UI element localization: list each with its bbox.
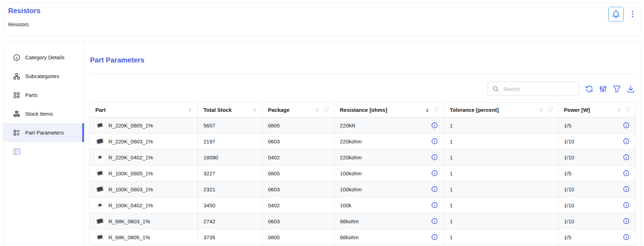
total-stock-value: 3735 xyxy=(203,234,215,240)
download-button[interactable] xyxy=(626,84,635,93)
resistance-value: 100k xyxy=(340,202,352,208)
info-circle-icon[interactable] xyxy=(623,186,630,193)
table-row[interactable]: R_100K_0402_1%34500402100k11/10 xyxy=(90,197,636,213)
column-header-package[interactable]: Package xyxy=(262,103,334,117)
sort-icon[interactable] xyxy=(187,107,193,113)
adjustments-icon xyxy=(599,84,607,93)
resistance-value: 68kohm xyxy=(340,218,359,224)
sidebar-item-category-details[interactable]: Category Details xyxy=(3,48,84,67)
column-header-total-stock[interactable]: Total Stock xyxy=(198,103,262,117)
column-header-part[interactable]: Part xyxy=(90,103,198,117)
breadcrumb[interactable]: Resistors xyxy=(8,22,29,27)
sidebar-item-subcategories[interactable]: Subcategories xyxy=(3,67,84,86)
column-filter-icon[interactable] xyxy=(548,107,554,113)
info-circle-icon[interactable] xyxy=(431,186,438,193)
info-circle-icon[interactable] xyxy=(623,154,630,161)
total-stock-cell: 2742 xyxy=(198,213,262,229)
dots-vertical-icon[interactable] xyxy=(628,10,637,19)
column-filter-icon[interactable] xyxy=(625,107,631,113)
sort-icon[interactable] xyxy=(314,107,320,113)
sidebar-item-stock-items[interactable]: Stock Items xyxy=(3,104,84,123)
page-title: Resistors xyxy=(8,7,40,15)
column-filter-icon[interactable] xyxy=(324,107,330,113)
adjustments-button[interactable] xyxy=(599,84,607,93)
table-row[interactable]: R_100K_0603_1%23210603100kohm11/10 xyxy=(90,181,636,197)
resistance-cell: 220kR xyxy=(334,117,444,133)
sidebar-item-label: Parts xyxy=(25,92,38,98)
sort-icon[interactable] xyxy=(616,107,622,113)
info-circle-icon[interactable] xyxy=(623,122,630,129)
column-header-resistance[interactable]: Resistance [ohms] xyxy=(334,103,444,117)
part-name: R_68K_0805_1% xyxy=(108,234,150,240)
power-cell: 1/5 xyxy=(558,229,636,245)
total-stock-value: 2742 xyxy=(203,218,215,224)
sidebar-item-parts[interactable]: Parts xyxy=(3,86,84,104)
notifications-button[interactable] xyxy=(608,7,624,22)
info-circle-icon[interactable] xyxy=(623,170,630,177)
column-header-power[interactable]: Power [W] xyxy=(558,103,636,117)
resistance-cell: 220kohm xyxy=(334,149,444,165)
part-parameters-table: PartTotal StockPackageResistance [ohms]T… xyxy=(89,102,636,245)
total-stock-value: 3450 xyxy=(203,202,215,208)
packages-icon xyxy=(13,110,21,118)
filter-icon xyxy=(612,84,621,93)
total-stock-value: 2321 xyxy=(203,186,215,192)
page-header-card: Resistors Resistors xyxy=(3,2,641,36)
refresh-button[interactable] xyxy=(585,84,594,93)
info-circle-icon[interactable] xyxy=(431,122,438,129)
sort-icon[interactable] xyxy=(538,107,544,113)
part-name: R_100K_0603_1% xyxy=(108,186,153,192)
resistance-cell: 68kohm xyxy=(334,213,444,229)
sort-icon[interactable] xyxy=(252,107,258,113)
part-name: R_68K_0603_1% xyxy=(108,218,150,224)
sidebar-collapse-icon[interactable] xyxy=(12,147,21,156)
package-cell: 0603 xyxy=(262,213,334,229)
sidebar-item-part-parameters[interactable]: Part Parameters xyxy=(3,123,84,142)
part-cell: R_100K_0402_1% xyxy=(90,197,198,213)
info-circle-icon[interactable] xyxy=(623,138,630,145)
package-value: 0603 xyxy=(268,186,280,192)
table-row[interactable]: R_220K_0603_1%21970603220kohm11/10 xyxy=(90,133,636,149)
sidebar-item-label: Category Details xyxy=(25,54,65,60)
total-stock-cell: 3735 xyxy=(198,229,262,245)
info-circle-icon[interactable] xyxy=(623,218,630,225)
table-row[interactable]: R_68K_0805_1%3735080568kohm11/5 xyxy=(90,229,636,245)
total-stock-value: 18090 xyxy=(203,154,218,160)
filter-button[interactable] xyxy=(612,84,621,93)
info-circle-icon[interactable] xyxy=(431,234,438,241)
column-header-tolerance[interactable]: Tolerance [percent] xyxy=(444,103,558,117)
header-actions xyxy=(608,7,637,22)
package-cell: 0805 xyxy=(262,229,334,245)
part-cell: R_68K_0805_1% xyxy=(90,229,198,245)
column-filter-icon[interactable] xyxy=(433,107,439,113)
download-icon xyxy=(626,84,635,93)
power-value: 1/10 xyxy=(564,218,574,224)
toolbar-buttons xyxy=(585,84,635,93)
panel-heading: Part Parameters xyxy=(90,56,635,64)
resistor-chip-thumbnail xyxy=(95,169,105,178)
sidebar: Category DetailsSubcategoriesPartsStock … xyxy=(3,41,84,246)
power-value: 1/5 xyxy=(564,234,571,240)
sidebar-item-label: Stock Items xyxy=(25,111,53,117)
info-circle-icon[interactable] xyxy=(431,202,438,209)
table-row[interactable]: R_68K_0603_1%2742060368kohm11/10 xyxy=(90,213,636,229)
info-circle-icon[interactable] xyxy=(431,138,438,145)
search-input[interactable] xyxy=(503,86,575,92)
sort-desc-icon[interactable] xyxy=(424,107,430,113)
total-stock-value: 5657 xyxy=(203,122,215,129)
info-circle-icon[interactable] xyxy=(431,218,438,225)
power-value: 1/10 xyxy=(564,202,574,208)
info-circle-icon[interactable] xyxy=(431,154,438,161)
category-grid-icon xyxy=(13,91,21,99)
divider xyxy=(89,73,635,74)
info-circle-icon[interactable] xyxy=(431,170,438,177)
table-row[interactable]: R_220K_0402_1%180900402220kohm11/10 xyxy=(90,149,636,165)
table-row[interactable]: R_100K_0805_1%32270805100kohm11/5 xyxy=(90,165,636,181)
info-circle-icon[interactable] xyxy=(623,202,630,209)
table-row[interactable]: R_220K_0805_1%56570805220kR11/5 xyxy=(90,117,636,133)
tolerance-value: 1 xyxy=(450,218,453,224)
power-cell: 1/10 xyxy=(558,133,636,149)
power-value: 1/5 xyxy=(564,170,571,176)
info-circle-icon[interactable] xyxy=(623,234,630,241)
resistor-chip-thumbnail xyxy=(95,185,105,194)
